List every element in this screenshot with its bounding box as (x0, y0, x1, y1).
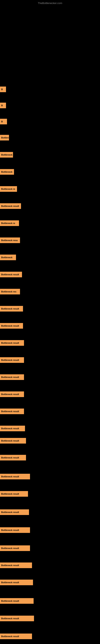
bottleneck-result-label: Bottleneck result (0, 509, 29, 515)
bottleneck-result-label: Bottleneck result (0, 616, 34, 621)
bottleneck-result-label: Bottleneck (0, 169, 14, 175)
bottleneck-result-label: Bottleneck result (0, 323, 23, 329)
bar-row: Bottleneck re (0, 220, 19, 226)
bar-row: Bottleneck resu (0, 238, 20, 243)
bar-row: Bottleneck result (0, 455, 26, 460)
bottleneck-result-label: Bottleneck re (0, 186, 17, 192)
bottleneck-result-label: Bottleneck result (0, 374, 24, 380)
bar-row: Bottleneck result (0, 392, 24, 397)
bar-row: B (0, 119, 7, 124)
bar-row: Bottleneck result (0, 580, 33, 585)
bottleneck-result-label: Bottleneck result (0, 580, 33, 585)
bottleneck-result-label: Bottleneck result (0, 357, 24, 363)
bar-row: Bottleneck result (0, 562, 32, 568)
bottleneck-result-label: Bottleneck result (0, 546, 30, 551)
bottleneck-result-label: Bottleneck r (0, 152, 13, 158)
bottleneck-result-label: B (0, 86, 6, 92)
bar-row: Bottleneck result (0, 546, 30, 551)
bottleneck-result-label: Bottleneck result (0, 438, 26, 444)
bar-row: Bottleneck result (0, 474, 30, 480)
bar-row: Bottleneck result (0, 491, 28, 497)
bar-row: Bottleneck result (0, 374, 24, 380)
bar-row: Bottleneck result (0, 616, 34, 621)
bar-row: Bottleneck result (0, 634, 32, 639)
bottleneck-result-label: Bottleneck result (0, 203, 21, 209)
bar-row: Bottleneck result (0, 509, 29, 515)
bar-row: Bottlen (0, 135, 9, 140)
bar-row: Bottleneck result (0, 323, 23, 329)
bar-row: Bottleneck result (0, 340, 24, 346)
bottleneck-result-label: Bottleneck result (0, 408, 24, 414)
bar-row: B (0, 86, 6, 92)
bottleneck-result-label: B (0, 103, 6, 108)
bar-row: Bottleneck result (0, 357, 24, 363)
bottleneck-result-label: Bottleneck result (0, 340, 24, 346)
bottleneck-result-label: Bottleneck result (0, 634, 32, 639)
bottleneck-result-label: Bottleneck resu (0, 238, 20, 243)
bar-row: Bottleneck result (0, 426, 25, 431)
bar-row: Bottleneck r (0, 152, 13, 158)
bottleneck-result-label: Bottleneck result (0, 527, 30, 533)
bottleneck-result-label: Bottleneck result (0, 306, 23, 312)
bar-row: Bottleneck result (0, 438, 26, 444)
bar-row: Bottleneck (0, 254, 16, 260)
site-title: TheBottlenecker.com (38, 2, 62, 5)
bar-row: Bottleneck result (0, 527, 30, 533)
bar-row: Bottleneck res (0, 289, 20, 294)
bar-row: Bottleneck result (0, 598, 34, 604)
bottleneck-result-label: Bottleneck result (0, 562, 32, 568)
bar-row: Bottleneck result (0, 408, 24, 414)
bottleneck-result-label: Bottleneck result (0, 426, 25, 431)
bar-row: Bottleneck result (0, 203, 21, 209)
bar-row: Bottleneck result (0, 306, 23, 312)
bottleneck-result-label: B (0, 119, 7, 124)
bottleneck-result-label: Bottleneck result (0, 392, 24, 397)
bottleneck-result-label: Bottleneck result (0, 598, 34, 604)
bar-row: Bottleneck re (0, 186, 17, 192)
bar-row: Bottleneck (0, 169, 14, 175)
bottleneck-result-label: Bottleneck res (0, 289, 20, 294)
bottleneck-result-label: Bottleneck result (0, 491, 28, 497)
bottleneck-result-label: Bottleneck result (0, 272, 22, 277)
bottleneck-result-label: Bottleneck (0, 254, 16, 260)
bottleneck-result-label: Bottleneck result (0, 455, 26, 460)
bar-row: B (0, 103, 6, 108)
bottleneck-result-label: Bottlen (0, 135, 9, 140)
bottleneck-result-label: Bottleneck result (0, 474, 30, 480)
bottleneck-result-label: Bottleneck re (0, 220, 19, 226)
bar-row: Bottleneck result (0, 272, 22, 277)
